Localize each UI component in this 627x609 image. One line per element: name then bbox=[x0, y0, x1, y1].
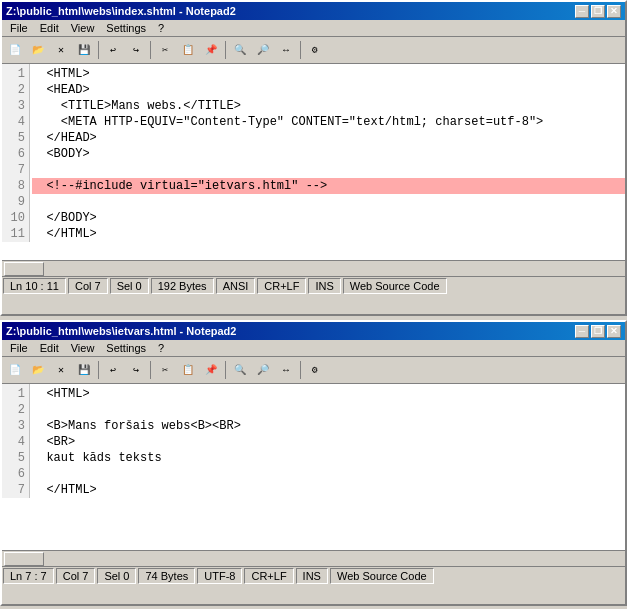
tb-close-2[interactable]: ✕ bbox=[50, 359, 72, 381]
minimize-button-2[interactable]: ─ bbox=[575, 325, 589, 338]
tb-save-2[interactable]: 💾 bbox=[73, 359, 95, 381]
tb-new-1[interactable]: 📄 bbox=[4, 39, 26, 61]
tb-findnext-1[interactable]: 🔎 bbox=[252, 39, 274, 61]
tb-replace-1[interactable]: ↔ bbox=[275, 39, 297, 61]
tb-open-2[interactable]: 📂 bbox=[27, 359, 49, 381]
status-col-1: Col 7 bbox=[68, 278, 108, 294]
editor-2[interactable]: 1234567 <HTML> <B>Mans foršais webs<B><B… bbox=[2, 384, 625, 550]
menu-view-1[interactable]: View bbox=[65, 21, 101, 35]
tb-undo-1[interactable]: ↩ bbox=[102, 39, 124, 61]
editor-1[interactable]: 1234567891011 <HTML> <HEAD> <TITLE>Mans … bbox=[2, 64, 625, 260]
code-line bbox=[32, 194, 625, 210]
tb-findnext-2[interactable]: 🔎 bbox=[252, 359, 274, 381]
tb-sep1-1 bbox=[98, 41, 99, 59]
tb-redo-2[interactable]: ↪ bbox=[125, 359, 147, 381]
status-pos-2: Ln 7 : 7 bbox=[3, 568, 54, 584]
line-number: 10 bbox=[2, 210, 25, 226]
tb-misc-2[interactable]: ⚙ bbox=[304, 359, 326, 381]
code-line: <BR> bbox=[32, 434, 625, 450]
tb-save-1[interactable]: 💾 bbox=[73, 39, 95, 61]
status-eol-2: CR+LF bbox=[244, 568, 293, 584]
tb-paste-2[interactable]: 📌 bbox=[200, 359, 222, 381]
tb-sep4-2 bbox=[300, 361, 301, 379]
window1: Z:\public_html\webs\index.shtml - Notepa… bbox=[0, 0, 627, 316]
tb-replace-2[interactable]: ↔ bbox=[275, 359, 297, 381]
code-content-2[interactable]: <HTML> <B>Mans foršais webs<B><BR> <BR> … bbox=[32, 384, 625, 500]
code-line: <HEAD> bbox=[32, 82, 625, 98]
tb-find-2[interactable]: 🔍 bbox=[229, 359, 251, 381]
code-line: <HTML> bbox=[32, 386, 625, 402]
scrollbar-thumb-1[interactable] bbox=[4, 262, 44, 276]
restore-button-2[interactable]: ❐ bbox=[591, 325, 605, 338]
status-ins-1: INS bbox=[308, 278, 340, 294]
close-button-2[interactable]: ✕ bbox=[607, 325, 621, 338]
close-button-1[interactable]: ✕ bbox=[607, 5, 621, 18]
tb-sep2-2 bbox=[150, 361, 151, 379]
scrollbar-thumb-2[interactable] bbox=[4, 552, 44, 566]
code-line: <!--#include virtual="ietvars.html" --> bbox=[32, 178, 625, 194]
line-number: 4 bbox=[2, 114, 25, 130]
scrollbar-h-1[interactable] bbox=[2, 260, 625, 276]
tb-close-1[interactable]: ✕ bbox=[50, 39, 72, 61]
code-content-1[interactable]: <HTML> <HEAD> <TITLE>Mans webs.</TITLE> … bbox=[32, 64, 625, 244]
titlebar-1-text: Z:\public_html\webs\index.shtml - Notepa… bbox=[6, 5, 236, 17]
line-number: 5 bbox=[2, 130, 25, 146]
menu-help-1[interactable]: ? bbox=[152, 21, 170, 35]
status-pos-1: Ln 10 : 11 bbox=[3, 278, 66, 294]
line-number: 6 bbox=[2, 146, 25, 162]
menubar-1: File Edit View Settings ? bbox=[2, 20, 625, 37]
tb-cut-2[interactable]: ✂ bbox=[154, 359, 176, 381]
tb-find-1[interactable]: 🔍 bbox=[229, 39, 251, 61]
code-line bbox=[32, 162, 625, 178]
tb-misc-1[interactable]: ⚙ bbox=[304, 39, 326, 61]
menu-edit-2[interactable]: Edit bbox=[34, 341, 65, 355]
line-number: 3 bbox=[2, 98, 25, 114]
line-number: 6 bbox=[2, 466, 25, 482]
menu-settings-2[interactable]: Settings bbox=[100, 341, 152, 355]
tb-new-2[interactable]: 📄 bbox=[4, 359, 26, 381]
code-line bbox=[32, 402, 625, 418]
tb-cut-1[interactable]: ✂ bbox=[154, 39, 176, 61]
code-line: </HTML> bbox=[32, 482, 625, 498]
line-number: 1 bbox=[2, 66, 25, 82]
code-line: </HTML> bbox=[32, 226, 625, 242]
window-controls-2: ─ ❐ ✕ bbox=[575, 325, 621, 338]
minimize-button-1[interactable]: ─ bbox=[575, 5, 589, 18]
tb-redo-1[interactable]: ↪ bbox=[125, 39, 147, 61]
line-number: 1 bbox=[2, 386, 25, 402]
titlebar-2-text: Z:\public_html\webs\ietvars.html - Notep… bbox=[6, 325, 236, 337]
status-sel-1: Sel 0 bbox=[110, 278, 149, 294]
code-line: <META HTTP-EQUIV="Content-Type" CONTENT=… bbox=[32, 114, 625, 130]
tb-copy-1[interactable]: 📋 bbox=[177, 39, 199, 61]
tb-sep3-1 bbox=[225, 41, 226, 59]
status-size-1: 192 Bytes bbox=[151, 278, 214, 294]
menu-settings-1[interactable]: Settings bbox=[100, 21, 152, 35]
code-line: <B>Mans foršais webs<B><BR> bbox=[32, 418, 625, 434]
status-ins-2: INS bbox=[296, 568, 328, 584]
tb-undo-2[interactable]: ↩ bbox=[102, 359, 124, 381]
status-mode-2: Web Source Code bbox=[330, 568, 434, 584]
status-sel-2: Sel 0 bbox=[97, 568, 136, 584]
status-eol-1: CR+LF bbox=[257, 278, 306, 294]
scrollbar-h-2[interactable] bbox=[2, 550, 625, 566]
line-number: 2 bbox=[2, 402, 25, 418]
line-number: 7 bbox=[2, 162, 25, 178]
tb-open-1[interactable]: 📂 bbox=[27, 39, 49, 61]
line-number: 3 bbox=[2, 418, 25, 434]
tb-paste-1[interactable]: 📌 bbox=[200, 39, 222, 61]
status-size-2: 74 Bytes bbox=[138, 568, 195, 584]
menu-help-2[interactable]: ? bbox=[152, 341, 170, 355]
tb-sep2-1 bbox=[150, 41, 151, 59]
menubar-2: File Edit View Settings ? bbox=[2, 340, 625, 357]
code-line: kaut kāds teksts bbox=[32, 450, 625, 466]
menu-file-1[interactable]: File bbox=[4, 21, 34, 35]
tb-copy-2[interactable]: 📋 bbox=[177, 359, 199, 381]
menu-view-2[interactable]: View bbox=[65, 341, 101, 355]
statusbar-2: Ln 7 : 7 Col 7 Sel 0 74 Bytes UTF-8 CR+L… bbox=[2, 566, 625, 584]
menu-edit-1[interactable]: Edit bbox=[34, 21, 65, 35]
menu-file-2[interactable]: File bbox=[4, 341, 34, 355]
code-line: </HEAD> bbox=[32, 130, 625, 146]
status-mode-1: Web Source Code bbox=[343, 278, 447, 294]
statusbar-1: Ln 10 : 11 Col 7 Sel 0 192 Bytes ANSI CR… bbox=[2, 276, 625, 294]
restore-button-1[interactable]: ❐ bbox=[591, 5, 605, 18]
